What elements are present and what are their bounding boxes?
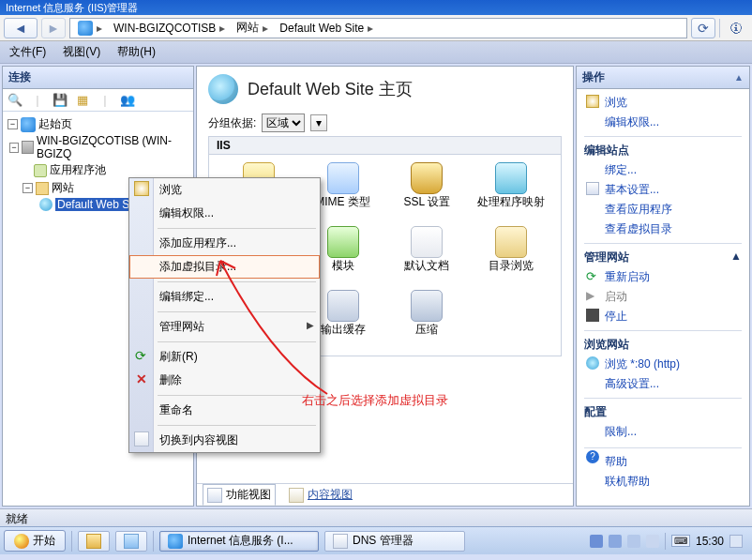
website-icon <box>39 198 53 211</box>
start-button[interactable]: 开始 <box>4 530 66 552</box>
menu-view[interactable]: 视图(V) <box>59 42 104 62</box>
expander-icon[interactable]: − <box>9 143 19 153</box>
ctx-add-application[interactable]: 添加应用程序... <box>129 232 320 255</box>
window-titlebar: Internet 信息服务 (IIS)管理器 <box>0 0 752 15</box>
nav-back-button[interactable]: ◄ <box>4 18 38 38</box>
iis-icon <box>78 21 93 36</box>
settings-icon <box>586 182 599 195</box>
ctx-add-virtual-directory[interactable]: 添加虚拟目录... <box>129 255 320 279</box>
view-mode-button[interactable]: ▾ <box>310 114 327 131</box>
crumb-server[interactable]: WIN-BGIZQCOTISB ▸ <box>108 22 231 35</box>
ctx-switch-content-view[interactable]: 切换到内容视图 <box>129 429 320 452</box>
grid-icon[interactable]: ▦ <box>74 92 91 109</box>
tray-icon[interactable] <box>609 535 622 548</box>
action-view-vdirs[interactable]: 查看虚拟目录 <box>584 219 742 239</box>
action-bindings[interactable]: 绑定... <box>584 160 742 180</box>
feature-default-document[interactable]: 默认文档 <box>385 226 470 284</box>
group-by-row: 分组依据: 区域 ▾ <box>208 114 562 132</box>
feature-compression[interactable]: 压缩 <box>385 290 470 348</box>
tab-content-view[interactable]: 内容视图 <box>285 485 356 505</box>
nav-forward-button[interactable]: ► <box>41 18 66 38</box>
sites-icon <box>36 182 49 195</box>
expander-icon[interactable]: − <box>23 183 33 193</box>
ctx-edit-bindings[interactable]: 编辑绑定... <box>129 285 320 309</box>
submenu-arrow-icon: ▶ <box>307 320 314 330</box>
group-by-select[interactable]: 区域 <box>262 114 305 132</box>
taskbar-app-iis[interactable]: Internet 信息服务 (I... <box>159 531 319 552</box>
refresh-icon: ⟳ <box>135 348 150 363</box>
section-iis: IIS <box>208 136 562 154</box>
document-icon <box>411 226 443 258</box>
quick-launch-desktop[interactable] <box>115 531 147 552</box>
feature-handler-mappings[interactable]: 处理程序映射 <box>469 162 553 220</box>
nav-help-button[interactable]: 🛈 <box>724 18 748 38</box>
action-basic-settings[interactable]: 基本设置... <box>584 180 742 200</box>
tray-lang-icon[interactable]: ⌨ <box>671 535 690 547</box>
breadcrumb[interactable]: ▸ WIN-BGIZQCOTISB ▸ 网站 ▸ Default Web Sit… <box>69 18 687 38</box>
menu-bar: 文件(F) 视图(V) 帮助(H) <box>0 41 752 64</box>
globe-icon <box>208 74 238 104</box>
users-icon[interactable]: 👥 <box>119 92 136 109</box>
action-limits[interactable]: 限制... <box>584 422 742 442</box>
ctx-edit-permissions[interactable]: 编辑权限... <box>129 202 320 225</box>
restart-icon: ⟳ <box>586 269 599 282</box>
content-icon <box>289 488 304 503</box>
feature-directory-browsing[interactable]: 目录浏览 <box>469 226 553 284</box>
action-browse-80[interactable]: 浏览 *:80 (http) <box>584 355 742 374</box>
action-restart[interactable]: ⟳重新启动 <box>584 267 742 287</box>
page-title: Default Web Site 主页 <box>208 74 562 104</box>
delete-icon: ✕ <box>136 371 151 386</box>
action-edit-permissions[interactable]: 编辑权限... <box>584 113 742 132</box>
stop-icon <box>586 309 599 322</box>
main-area: 连接 🔍 | 💾 ▦ | 👥 −起始页 −WIN-BGIZQCOTISB (WI… <box>0 64 752 508</box>
section-edit-site: 编辑站点 <box>584 136 742 160</box>
ctx-delete[interactable]: ✕删除 <box>129 369 320 392</box>
collapse-icon[interactable]: ▲ <box>734 72 744 83</box>
action-stop[interactable]: 停止 <box>584 307 742 326</box>
feature-ssl-settings[interactable]: SSL 设置 <box>385 162 470 220</box>
action-start[interactable]: ▶启动 <box>584 287 742 307</box>
browse-icon <box>586 95 599 108</box>
quick-launch-explorer[interactable] <box>78 531 110 552</box>
crumb-site[interactable]: Default Web Site ▸ <box>274 22 379 35</box>
mime-icon <box>327 162 359 194</box>
action-help[interactable]: ?帮助 <box>584 447 742 472</box>
menu-file[interactable]: 文件(F) <box>6 42 50 62</box>
help-icon: ? <box>586 450 599 463</box>
ctx-rename[interactable]: 重命名 <box>129 399 320 422</box>
handler-icon <box>495 162 527 194</box>
start-orb-icon <box>14 534 29 549</box>
menu-help[interactable]: 帮助(H) <box>113 42 159 62</box>
action-browse[interactable]: 浏览 <box>584 93 742 113</box>
show-desktop-button[interactable] <box>729 535 743 548</box>
action-view-apps[interactable]: 查看应用程序 <box>584 200 742 219</box>
connect-icon[interactable]: 🔍 <box>7 92 23 109</box>
action-advanced-settings[interactable]: 高级设置... <box>584 374 742 394</box>
tab-features-view[interactable]: 功能视图 <box>203 484 276 506</box>
tree-start-page[interactable]: −起始页 <box>5 115 191 133</box>
tray-network-icon[interactable] <box>627 535 640 548</box>
play-icon: ▶ <box>586 289 599 302</box>
expander-icon[interactable]: − <box>8 119 18 129</box>
clock[interactable]: 15:30 <box>696 535 724 548</box>
nav-bar: ◄ ► ▸ WIN-BGIZQCOTISB ▸ 网站 ▸ Default Web… <box>0 15 752 41</box>
action-online-help[interactable]: 联机帮助 <box>584 472 742 492</box>
iis-icon <box>168 534 183 549</box>
nav-refresh-button[interactable]: ⟳ <box>691 18 715 38</box>
dns-icon <box>333 534 348 549</box>
taskbar-app-dns[interactable]: DNS 管理器 <box>324 531 465 552</box>
connections-toolbar: 🔍 | 💾 ▦ | 👥 <box>3 89 193 112</box>
modules-icon <box>327 226 359 258</box>
tray-icon[interactable] <box>590 535 603 548</box>
crumb-sites[interactable]: 网站 ▸ <box>231 20 274 36</box>
tree-server[interactable]: −WIN-BGIZQCOTISB (WIN-BGIZQ <box>5 133 191 161</box>
collapse-icon[interactable]: ▲ <box>730 250 742 265</box>
save-icon[interactable]: 💾 <box>52 92 68 109</box>
annotation-text: 右击之后选择添加虚拟目录 <box>302 392 448 409</box>
tray-volume-icon[interactable] <box>646 535 659 548</box>
ctx-refresh[interactable]: ⟳刷新(R) <box>129 345 320 369</box>
ctx-browse[interactable]: 浏览 <box>129 178 320 202</box>
lock-icon <box>411 162 443 194</box>
ctx-manage-website[interactable]: 管理网站▶ <box>129 315 320 339</box>
desktop-icon <box>124 534 139 549</box>
